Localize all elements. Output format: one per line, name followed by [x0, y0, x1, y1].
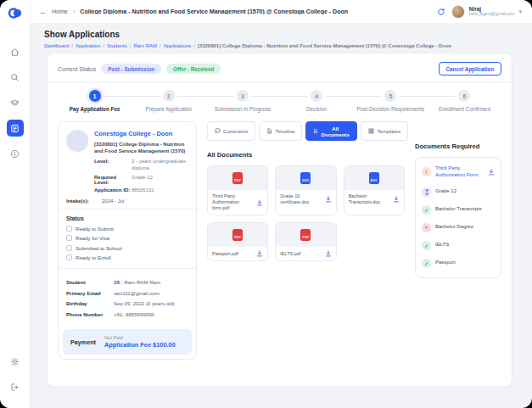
primary-email-label: Primary Email	[66, 290, 114, 296]
application-card: Current Status Post - Submission Offer -…	[47, 53, 512, 387]
checkbox-ready-for-visa[interactable]: Ready for Visa	[66, 235, 188, 241]
documents-required-card: ! Third Party Authorization Form Grade 1…	[415, 157, 501, 278]
tab-label: All Documents	[321, 126, 350, 137]
home-icon[interactable]	[7, 43, 24, 60]
phone-label: Phone Number	[66, 311, 114, 317]
step-number: 5	[384, 90, 396, 102]
step-decision: 4 Decision	[280, 90, 354, 112]
breadcrumb-sep: /	[71, 43, 73, 48]
chevron-right-icon: ›	[73, 8, 76, 15]
download-icon[interactable]	[488, 169, 495, 176]
info-icon[interactable]	[7, 145, 24, 162]
breadcrumb-sep: /	[130, 43, 132, 48]
application-stepper: 1 Pay Application Fee 2 Prepare Applicat…	[58, 90, 501, 112]
document-name: Passport.pdf	[212, 251, 254, 257]
document-name: Third Party Authorization form.pdf	[212, 193, 254, 211]
download-icon[interactable]	[325, 196, 332, 203]
required-doc-grade-12: Grade 12	[422, 187, 495, 197]
back-arrow-icon[interactable]: ←	[39, 8, 47, 16]
required-doc-passport: ✓ Passport	[422, 259, 495, 268]
page-head: Show Applications Dashboard / Applicatio…	[31, 23, 532, 48]
home-breadcrumb[interactable]: Home	[52, 8, 68, 14]
download-icon[interactable]	[325, 250, 332, 257]
search-icon[interactable]	[7, 69, 24, 86]
application-id-label: Application ID:	[94, 187, 132, 194]
breadcrumb-sep: /	[160, 43, 161, 48]
check-icon: ✓	[422, 241, 431, 250]
program-name: [3320801] College Diploma - Nutrition an…	[94, 141, 188, 154]
tab-all-documents[interactable]: All Documents	[305, 121, 357, 141]
breadcrumb-students[interactable]: Students	[107, 43, 127, 48]
checkbox-label: Submitted to School	[76, 245, 122, 251]
required-level-label: Required Level:	[94, 175, 132, 185]
documents-panel: Comments Timeline All Documents Template…	[207, 121, 405, 261]
pdf-file-icon: PDF	[232, 172, 243, 184]
checkbox-submitted-to-school[interactable]: Submitted to School	[66, 245, 188, 251]
refresh-icon[interactable]	[437, 8, 445, 16]
application-id-value: 88505131	[132, 187, 154, 194]
payment-fee: Application Fee $100.00	[104, 341, 176, 349]
step-number: 3	[237, 90, 249, 102]
topbar: ← Home › College Diploma - Nutrition and…	[31, 0, 532, 23]
tab-templates[interactable]: Templates	[361, 121, 408, 141]
level-value: 2 - years undergraduate diploma	[132, 159, 188, 172]
payment-section: Payment Not Paid Application Fee $100.00	[63, 329, 192, 355]
page-title: Show Applications	[44, 30, 518, 39]
student-id-link[interactable]: 28	[114, 279, 120, 285]
breadcrumb-dashboard[interactable]: Dashboard	[44, 43, 69, 48]
download-icon[interactable]	[393, 196, 400, 203]
step-label: Submission in Progress	[215, 106, 271, 112]
document-name: IELTS.pdf	[280, 251, 322, 257]
payment-label: Payment	[70, 338, 96, 346]
tab-comments[interactable]: Comments	[207, 121, 255, 141]
step-number: 6	[458, 90, 470, 102]
breadcrumb-application[interactable]: Application	[76, 43, 100, 48]
documents-tabs: Comments Timeline All Documents Template…	[207, 121, 405, 141]
breadcrumb-sep: /	[193, 43, 195, 48]
checkbox-ready-to-submit[interactable]: Ready to Submit	[66, 226, 188, 232]
checkbox-icon[interactable]	[66, 226, 72, 232]
college-name: Conestoga College - Doon	[94, 130, 188, 137]
checkbox-label: Ready for Visa	[76, 235, 109, 241]
step-label: Pay Application Fee	[70, 106, 120, 112]
document-card-grade-10-certificate[interactable]: DOC Grade 10 certificate.doc	[275, 165, 336, 215]
check-icon: ✓	[422, 259, 431, 268]
checkbox-icon[interactable]	[66, 254, 72, 260]
breadcrumb-student-name[interactable]: Ram RAM	[133, 43, 157, 48]
user-menu[interactable]: Niraj hello_agent@gmail.com ▾	[451, 5, 522, 19]
cancel-application-button[interactable]: Cancel Application	[439, 62, 501, 75]
hourglass-icon	[422, 187, 431, 197]
checkbox-icon[interactable]	[66, 235, 72, 241]
birthday-value: Sep 09, 2022 (0 years old)	[114, 300, 175, 306]
checkbox-icon[interactable]	[66, 245, 72, 251]
student-label: Student	[66, 279, 114, 285]
step-post-decision-requirements: 5 Post-Decision Requirements	[354, 90, 428, 112]
document-card-third-party-authorization[interactable]: PDF Third Party Authorization form.pdf	[207, 165, 268, 215]
document-name: Grade 10 certificate.doc	[280, 193, 322, 205]
status-section-title: Status	[66, 215, 188, 221]
document-name: Bachelor Transcripts.doc	[349, 193, 390, 205]
required-doc-label: Passport	[435, 260, 456, 266]
logout-icon[interactable]	[7, 378, 24, 395]
avatar	[451, 5, 465, 19]
download-icon[interactable]	[256, 199, 263, 206]
breadcrumb-applications[interactable]: Applications	[164, 43, 191, 48]
document-card-ielts[interactable]: PDF IELTS.pdf	[275, 222, 336, 261]
document-card-bachelor-transcripts[interactable]: DOC Bachelor Transcripts.doc	[344, 165, 405, 215]
required-doc-label: Bachelor Degree	[435, 224, 473, 231]
school-icon[interactable]	[7, 94, 24, 111]
doc-file-icon: DOC	[300, 172, 311, 184]
documents-grid: PDF Third Party Authorization form.pdf D…	[207, 165, 405, 261]
download-icon[interactable]	[256, 250, 263, 257]
required-doc-label: Bachelor Transcripts	[435, 206, 482, 213]
settings-gear-icon[interactable]	[7, 353, 24, 370]
cross-icon: ×	[422, 223, 431, 232]
checkbox-ready-to-enroll[interactable]: Ready to Enroll	[66, 254, 188, 260]
intake-label: Intake(s):	[66, 198, 102, 204]
documents-required-heading: Documents Required	[415, 143, 501, 150]
document-card-passport[interactable]: PDF Passport.pdf	[207, 222, 268, 261]
tab-timeline[interactable]: Timeline	[259, 121, 302, 141]
required-doc-link[interactable]: Third Party Authorization Form	[435, 165, 484, 179]
applications-icon[interactable]	[7, 120, 24, 137]
tab-label: Comments	[223, 128, 248, 134]
